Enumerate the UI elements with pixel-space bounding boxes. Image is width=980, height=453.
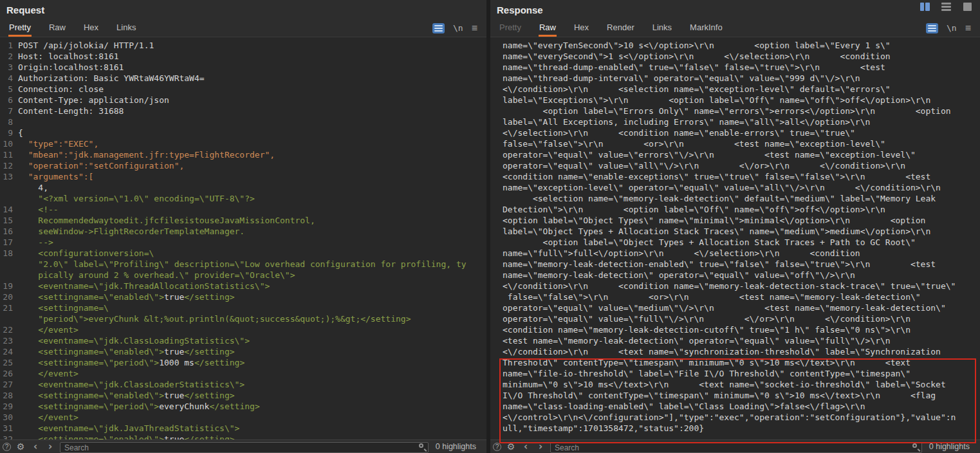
code-line: 4Authorization: Basic YWRtaW46YWRtaW4= <box>0 73 486 84</box>
search-input[interactable] <box>60 442 429 453</box>
highlights-count: 0 highlights <box>436 442 476 451</box>
response-tab-pretty[interactable]: Pretty <box>499 19 522 37</box>
next-match-icon[interactable]: › <box>535 441 546 452</box>
previous-match-icon[interactable]: ‹ <box>30 441 41 452</box>
code-line: 14 <!-- <box>0 204 486 215</box>
response-tab-raw[interactable]: Raw <box>539 19 557 37</box>
response-editor[interactable]: name=\"everyTenSecond\">10 s<\/option>\r… <box>490 37 980 439</box>
previous-match-icon[interactable]: ‹ <box>521 441 531 452</box>
request-tab-raw[interactable]: Raw <box>48 19 66 37</box>
request-searchbox <box>60 441 429 452</box>
code-line: <test name=\"memory-leak-detection\" ope… <box>490 335 980 346</box>
response-tab-markinfo[interactable]: MarkInfo <box>689 19 723 37</box>
response-panel-title: Response <box>490 0 980 19</box>
code-line: name=\"file-io-threshold\" label=\"File … <box>490 368 980 379</box>
search-input[interactable] <box>550 442 922 453</box>
editor-menu-icon[interactable]: ≡ <box>965 23 971 33</box>
line-number: 6 <box>0 95 13 106</box>
response-tab-links[interactable]: Links <box>652 19 672 37</box>
line-number: 21 <box>0 302 13 313</box>
layout-single-button[interactable] <box>960 2 974 12</box>
layout-columns-button[interactable] <box>918 2 932 12</box>
request-panel: Request PrettyRawHexLinks \n ≡ 1POST /ap… <box>0 0 486 453</box>
line-number: 17 <box>0 237 13 248</box>
line-number: 27 <box>0 379 13 390</box>
code-line: 23 <eventname=\"jdk.ClassLoadingStatisti… <box>0 335 486 346</box>
code-line: <option label=\"Errors Only\" name=\"err… <box>490 106 980 116</box>
line-number: 1 <box>0 40 13 51</box>
code-line: label=\"Exceptions\">\r\n <option label=… <box>490 95 980 106</box>
columns-layout-icon <box>920 3 930 11</box>
code-line: 3Origin:localhost:8161 <box>0 62 486 73</box>
request-tab-hex[interactable]: Hex <box>83 19 99 37</box>
request-editor[interactable]: 1POST /api/jolokia/ HTTP/1.12Host: local… <box>0 37 486 439</box>
line-number: 26 <box>0 368 13 379</box>
line-number: 25 <box>0 357 13 368</box>
code-line: <condition name=\"enable-exceptions\" tr… <box>490 171 980 182</box>
response-tab-render[interactable]: Render <box>606 19 635 37</box>
response-editor-icons: \n ≡ <box>926 19 971 37</box>
code-line: operator=\"equal\" value=\"all\"\/>\r\n … <box>490 160 980 171</box>
code-line: 27 <eventname=\"jdk.ClassLoaderStatistic… <box>0 379 486 390</box>
pretty-print-icon[interactable] <box>432 23 445 33</box>
line-number: 8 <box>0 116 13 127</box>
response-tab-hex[interactable]: Hex <box>573 19 589 37</box>
highlights-count: 0 highlights <box>929 442 970 451</box>
line-number: 2 <box>0 51 13 62</box>
code-line: name=\"full\">full<\/option>\r\n <\/sele… <box>490 248 980 259</box>
response-search-bar: ? ⚙ ‹ › 0 highlights <box>490 439 980 453</box>
code-line: ull,"timestamp":1701358472,"status":200} <box>490 423 980 434</box>
rows-layout-icon <box>941 3 951 11</box>
code-line: 12 "operation":"setConfiguration", <box>0 160 486 171</box>
search-help-icon[interactable]: ? <box>493 443 501 451</box>
code-line: 17 --> <box>0 237 486 248</box>
code-line: "2.0\" label=\"Profiling\" description=\… <box>0 259 486 270</box>
code-line: "period\">everyChunk &lt;%out.println(&q… <box>0 313 486 324</box>
line-number: 29 <box>0 401 13 412</box>
code-line: 25 <settingname=\"period\">1000 ms</sett… <box>0 357 486 368</box>
code-line: <selection name=\"memory-leak-detection\… <box>490 193 980 204</box>
code-line: 6Content-Type: application/json <box>0 95 486 106</box>
code-line: 8 <box>0 116 486 127</box>
line-number: 10 <box>0 138 13 149</box>
code-line: name=\"memory-leak-detection-enabled\" t… <box>490 259 980 270</box>
editor-menu-icon[interactable]: ≡ <box>472 23 477 33</box>
line-number: 9 <box>0 127 13 138</box>
code-line: 26 </event> <box>0 368 486 379</box>
line-number: 24 <box>0 346 13 357</box>
code-line: 29 <settingname=\"period\">everyChunk</s… <box>0 401 486 412</box>
search-settings-icon[interactable]: ⚙ <box>15 441 26 452</box>
line-number: 22 <box>0 324 13 335</box>
next-match-icon[interactable]: › <box>45 441 55 452</box>
line-number: 12 <box>0 160 13 171</box>
code-line: name=\"thread-dump-enabled\" true=\"fals… <box>490 62 980 73</box>
code-line: <\/selection>\r\n <condition name=\"enab… <box>490 127 980 138</box>
code-line: <condition name=\"memory-leak-detection-… <box>490 324 980 335</box>
code-line: 2Host: localhost:8161 <box>0 51 486 62</box>
line-number: 14 <box>0 204 13 215</box>
code-line: 24 <settingname=\"enabled\">true</settin… <box>0 346 486 357</box>
layout-rows-button[interactable] <box>939 2 953 12</box>
code-line: <\/condition>\r\n <text name=\"synchroni… <box>490 346 980 357</box>
code-line: pically around 2 % overhead.\" provider=… <box>0 270 486 281</box>
pretty-print-icon[interactable] <box>926 23 938 33</box>
code-line: operator=\"equal\" value=\"errors\"\/>\r… <box>490 149 980 160</box>
show-nonprintables-icon[interactable]: \n <box>947 23 957 33</box>
code-line: name=\"memory-leak-detection\" operator=… <box>490 270 980 281</box>
search-settings-icon[interactable]: ⚙ <box>506 441 516 452</box>
code-line: minimum=\"0 s\">10 ms<\/text>\r\n <text … <box>490 379 980 390</box>
code-line: 32 <settingname=\"enabled\">true</settin… <box>0 434 486 439</box>
line-number: 19 <box>0 281 13 291</box>
request-tab-pretty[interactable]: Pretty <box>8 19 32 37</box>
request-tab-links[interactable]: Links <box>116 19 136 37</box>
code-line: 22 </event> <box>0 324 486 335</box>
magnifier-icon <box>912 443 917 448</box>
show-nonprintables-icon[interactable]: \n <box>453 23 463 33</box>
code-line: <option label=\"Object Types + Allocatio… <box>490 237 980 248</box>
code-line: 7Content-Length: 31688 <box>0 106 486 116</box>
code-line: 21 <settingname=\ <box>0 302 486 313</box>
search-help-icon[interactable]: ? <box>3 443 11 451</box>
request-tabbar: PrettyRawHexLinks \n ≡ <box>0 19 486 37</box>
code-line: name=\"thread-dump-interval\" operator=\… <box>490 73 980 84</box>
code-line: 18 <configurationversion=\ <box>0 248 486 259</box>
